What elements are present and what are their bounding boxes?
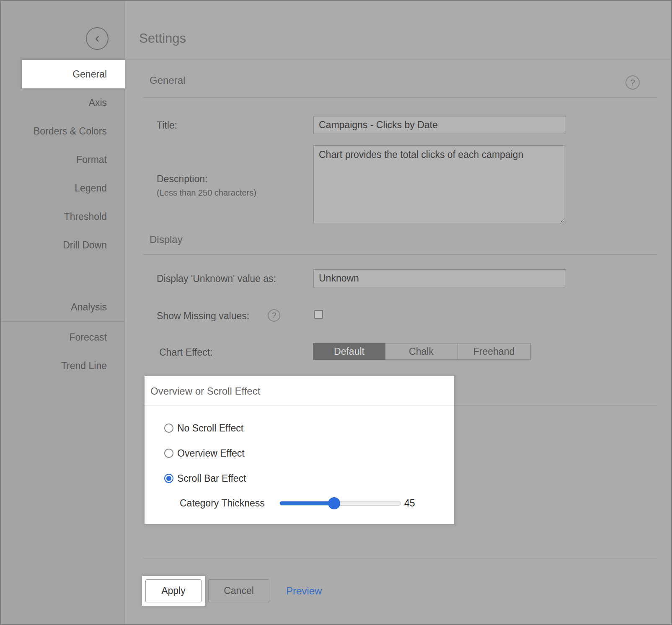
sidebar-item-drill-down[interactable]: Drill Down xyxy=(1,231,125,259)
title-label: Title: xyxy=(157,120,177,131)
page-title: Settings xyxy=(139,31,186,46)
chart-effect-freehand-button[interactable]: Freehand xyxy=(457,343,531,360)
chart-effect-default-button[interactable]: Default xyxy=(313,343,385,360)
sidebar-item-label: Drill Down xyxy=(63,240,107,251)
cancel-button-label: Cancel xyxy=(224,585,254,596)
display-unknown-input[interactable] xyxy=(313,269,566,287)
sidebar-item-threshold[interactable]: Threshold xyxy=(1,202,125,231)
radio-scroll-bar-effect[interactable]: Scroll Bar Effect xyxy=(164,473,246,484)
sidebar-item-label: Legend xyxy=(75,183,107,194)
section-divider xyxy=(143,254,657,255)
sidebar-item-forecast[interactable]: Forecast xyxy=(1,323,125,351)
display-unknown-label: Display 'Unknown' value as: xyxy=(157,273,276,284)
sidebar-item-legend[interactable]: Legend xyxy=(1,174,125,202)
question-mark-icon: ? xyxy=(630,78,635,88)
radio-button-icon[interactable] xyxy=(164,424,173,433)
slider-thumb[interactable] xyxy=(328,497,340,509)
apply-spotlight-panel: Apply xyxy=(142,576,205,606)
sidebar-item-label: Format xyxy=(76,154,107,165)
display-section-heading: Display xyxy=(150,234,183,245)
header-divider xyxy=(125,59,671,60)
description-hint: (Less than 250 characters) xyxy=(157,188,256,198)
slider-fill xyxy=(280,501,334,505)
apply-button-label: Apply xyxy=(161,585,186,596)
section-divider xyxy=(143,97,657,98)
radio-overview-effect[interactable]: Overview Effect xyxy=(164,448,245,459)
sidebar-item-general[interactable]: General xyxy=(22,60,125,88)
show-missing-checkbox[interactable] xyxy=(314,310,323,319)
preview-link[interactable]: Preview xyxy=(286,585,322,597)
settings-sidebar: ‹ General Axis Borders & Colors Format L… xyxy=(1,1,125,624)
sidebar-item-borders-colors[interactable]: Borders & Colors xyxy=(1,117,125,145)
sidebar-divider xyxy=(1,321,125,322)
radio-button-selected-icon[interactable] xyxy=(164,474,173,483)
footer-divider xyxy=(143,558,657,558)
sidebar-item-label: Forecast xyxy=(70,332,107,343)
sidebar-item-label: Threshold xyxy=(64,211,107,222)
chart-effect-segmented-control: Default Chalk Freehand xyxy=(313,343,531,360)
radio-no-scroll-effect[interactable]: No Scroll Effect xyxy=(164,423,243,434)
sidebar-item-label: Borders & Colors xyxy=(34,126,107,137)
radio-label: No Scroll Effect xyxy=(177,423,243,434)
segment-label: Default xyxy=(334,346,364,357)
category-thickness-value: 45 xyxy=(404,498,415,509)
chevron-left-icon: ‹ xyxy=(95,31,100,44)
chart-effect-chalk-button[interactable]: Chalk xyxy=(385,343,457,360)
question-mark-icon: ? xyxy=(272,311,276,320)
sidebar-item-label: Trend Line xyxy=(61,360,107,371)
description-textarea[interactable]: Chart provides the total clicks of each … xyxy=(313,145,564,223)
missing-help-icon[interactable]: ? xyxy=(268,309,280,322)
radio-button-icon[interactable] xyxy=(164,449,173,458)
apply-button[interactable]: Apply xyxy=(145,579,202,602)
panel-divider xyxy=(145,405,454,405)
radio-label: Scroll Bar Effect xyxy=(177,473,246,484)
scroll-effect-spotlight-panel: Overview or Scroll Effect No Scroll Effe… xyxy=(145,376,454,524)
description-label: Description: xyxy=(157,173,207,185)
sidebar-item-label: Axis xyxy=(89,97,107,108)
show-missing-label: Show Missing values: xyxy=(157,310,249,322)
scroll-effect-heading: Overview or Scroll Effect xyxy=(150,385,260,397)
chart-effect-label: Chart Effect: xyxy=(159,347,212,358)
general-section-heading: General xyxy=(150,75,185,86)
sidebar-item-label: General xyxy=(72,69,107,80)
segment-label: Chalk xyxy=(409,346,434,357)
sidebar-item-trend-line[interactable]: Trend Line xyxy=(1,351,125,380)
category-thickness-label: Category Thickness xyxy=(180,498,265,509)
sidebar-section-analysis: Analysis xyxy=(1,293,125,321)
settings-dialog: ‹ General Axis Borders & Colors Format L… xyxy=(0,0,672,625)
sidebar-item-axis[interactable]: Axis xyxy=(1,88,125,117)
back-button[interactable]: ‹ xyxy=(86,27,109,50)
category-thickness-slider[interactable] xyxy=(279,501,401,506)
segment-label: Freehand xyxy=(473,346,514,357)
cancel-button[interactable]: Cancel xyxy=(208,579,269,602)
radio-label: Overview Effect xyxy=(177,448,245,459)
sidebar-item-format[interactable]: Format xyxy=(1,145,125,174)
help-icon[interactable]: ? xyxy=(625,75,640,90)
title-input[interactable] xyxy=(313,116,566,134)
